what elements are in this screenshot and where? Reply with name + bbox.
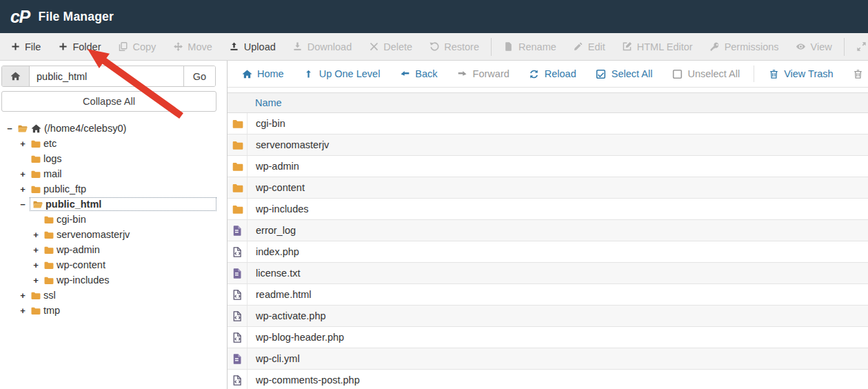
expand-toggle-icon[interactable]: + — [32, 261, 40, 270]
edit-square-icon — [622, 41, 633, 52]
file-name[interactable]: wp-admin — [248, 161, 299, 172]
code-file-icon — [228, 306, 248, 326]
toolbar-button-file[interactable]: File — [1, 33, 49, 60]
file-name[interactable]: error_log — [248, 225, 296, 236]
expand-toggle-icon[interactable]: + — [19, 185, 27, 194]
toolbar-button-download[interactable]: Download — [284, 33, 361, 60]
tree-item-wp-admin[interactable]: +wp-admin — [0, 242, 227, 257]
expand-toggle-icon[interactable]: + — [19, 139, 27, 148]
file-row-wp-includes[interactable]: wp-includes — [228, 199, 868, 220]
home-icon — [241, 68, 252, 79]
delete-x-icon — [368, 41, 379, 52]
tree-item-etc[interactable]: +etc — [0, 136, 227, 151]
nav-button-select-all[interactable]: Select All — [586, 61, 663, 87]
tree-item-home4-celebsy0[interactable]: −(/home4/celebsy0) — [0, 121, 227, 136]
browser-toolbar: HomeUp One LevelBackForwardReloadSelect … — [228, 61, 868, 88]
file-name[interactable]: license.txt — [248, 268, 300, 279]
file-row-license-txt[interactable]: license.txt — [228, 263, 868, 284]
tree-item-label: wp-admin — [57, 244, 100, 255]
cpanel-logo[interactable]: cP — [10, 8, 30, 26]
file-row-index-php[interactable]: index.php — [228, 241, 868, 263]
file-row-error-log[interactable]: error_log — [228, 220, 868, 241]
expand-toggle-icon[interactable]: + — [19, 170, 27, 179]
toolbar-button-copy[interactable]: Copy — [109, 33, 164, 60]
tree-item-wp-includes[interactable]: +wp-includes — [0, 272, 227, 288]
toolbar-button-label: Permissions — [725, 41, 779, 52]
tree-item-label: ssl — [43, 290, 56, 301]
expand-toggle-icon[interactable]: + — [32, 246, 40, 255]
expand-toggle-icon[interactable]: + — [19, 291, 27, 300]
tree-item-mail[interactable]: +mail — [0, 166, 227, 181]
file-row-wp-activate-php[interactable]: wp-activate.php — [228, 306, 868, 327]
tree-item-wp-content[interactable]: +wp-content — [0, 257, 227, 272]
tree-item-public-ftp[interactable]: +public_ftp — [0, 181, 227, 197]
file-row-wp-admin[interactable]: wp-admin — [228, 156, 868, 177]
collapse-all-button[interactable]: Collapse All — [1, 91, 216, 112]
toolbar-button-html-editor[interactable]: HTML Editor — [614, 33, 701, 60]
toolbar-button-view[interactable]: View — [787, 33, 840, 60]
checkbox-checked-icon — [596, 68, 607, 79]
nav-button-view-trash[interactable]: View Trash — [758, 61, 842, 87]
nav-button-empty-trash[interactable]: Empty Trash — [843, 61, 868, 87]
folder-icon — [228, 113, 248, 134]
file-name[interactable]: wp-activate.php — [248, 310, 326, 321]
expand-toggle-icon[interactable]: + — [32, 230, 40, 239]
nav-button-label: Up One Level — [319, 68, 381, 79]
file-row-wp-comments-post-php[interactable]: wp-comments-post.php — [228, 370, 868, 389]
nav-button-label: Reload — [545, 68, 576, 79]
toolbar-button-delete[interactable]: Delete — [360, 33, 421, 60]
toolbar-button-restore[interactable]: Restore — [421, 33, 487, 60]
nav-button-forward[interactable]: Forward — [447, 61, 519, 87]
folder-icon — [43, 275, 54, 286]
go-button[interactable]: Go — [183, 66, 215, 86]
file-name[interactable]: index.php — [248, 246, 299, 257]
selected-tree-item-box: public_html — [30, 197, 216, 211]
nav-button-unselect-all[interactable]: Unselect All — [662, 61, 749, 87]
nav-button-up-one-level[interactable]: Up One Level — [294, 61, 390, 87]
toolbar-button-folder[interactable]: Folder — [49, 33, 109, 60]
toolbar-button-edit[interactable]: Edit — [565, 33, 614, 60]
expand-toggle-icon[interactable]: + — [32, 276, 40, 285]
toolbar-button-rename[interactable]: Rename — [495, 33, 565, 60]
nav-button-reload[interactable]: Reload — [519, 61, 586, 87]
name-column-header[interactable]: Name — [247, 97, 282, 108]
home-button[interactable] — [2, 66, 30, 86]
file-name[interactable]: servenomasterjv — [248, 139, 329, 150]
toolbar-button-label: Move — [188, 41, 212, 52]
file-row-readme-html[interactable]: readme.html — [228, 284, 868, 306]
file-name[interactable]: wp-cli.yml — [248, 353, 300, 364]
file-name[interactable]: wp-content — [248, 182, 305, 193]
expand-toggle-icon[interactable]: + — [19, 306, 27, 315]
file-row-wp-content[interactable]: wp-content — [228, 177, 868, 199]
toolbar-button-label: Rename — [518, 41, 556, 52]
toolbar-button-move[interactable]: Move — [164, 33, 220, 60]
toolbar-button-permissions[interactable]: Permissions — [701, 33, 787, 60]
tree-item-tmp[interactable]: +tmp — [0, 303, 227, 318]
nav-button-back[interactable]: Back — [390, 61, 447, 87]
tree-item-logs[interactable]: logs — [0, 151, 227, 166]
collapse-toggle-icon[interactable]: − — [6, 124, 14, 133]
toolbar-button-upload[interactable]: Upload — [221, 33, 284, 60]
path-input[interactable] — [30, 66, 183, 86]
tree-item-public-html[interactable]: −public_html — [0, 197, 227, 212]
tree-item-cgi-bin[interactable]: cgi-bin — [0, 212, 227, 227]
collapse-toggle-icon[interactable]: − — [19, 200, 27, 209]
download-icon — [292, 41, 303, 52]
file-name[interactable]: wp-includes — [248, 203, 309, 215]
file-name[interactable]: wp-blog-header.php — [248, 332, 344, 343]
folder-icon — [30, 168, 41, 179]
file-name[interactable]: wp-comments-post.php — [248, 375, 360, 386]
file-name[interactable]: cgi-bin — [248, 118, 285, 129]
file-row-cgi-bin[interactable]: cgi-bin — [228, 113, 868, 134]
file-row-wp-blog-header-php[interactable]: wp-blog-header.php — [228, 327, 868, 348]
toolbar-button-extract[interactable]: Extract — [848, 33, 868, 60]
file-row-wp-cli-yml[interactable]: wp-cli.yml — [228, 348, 868, 370]
tree-item-servenomasterjv[interactable]: +servenomasterjv — [0, 227, 227, 242]
nav-button-home[interactable]: Home — [232, 61, 294, 87]
nav-button-label: Select All — [612, 68, 653, 79]
file-name[interactable]: readme.html — [248, 289, 312, 300]
file-row-servenomasterjv[interactable]: servenomasterjv — [228, 134, 868, 156]
extract-icon — [856, 41, 867, 52]
rename-doc-icon — [503, 41, 514, 52]
tree-item-ssl[interactable]: +ssl — [0, 288, 227, 303]
